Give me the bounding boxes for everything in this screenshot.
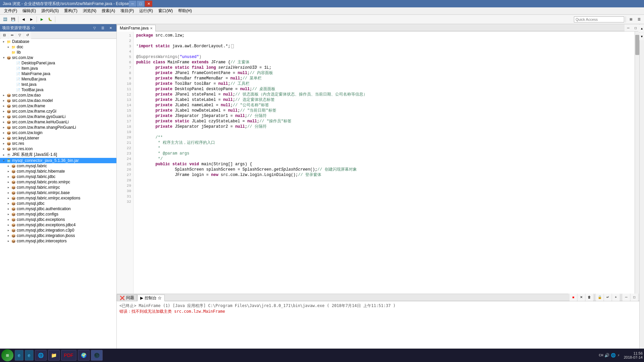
tree-item-shangpin[interactable]: ▸ 📦 src.com.lzw.iframe.shangPinGuanLi bbox=[0, 125, 116, 130]
tree-item-res-icon[interactable]: ▸ 📦 src.res.icon bbox=[0, 146, 116, 152]
clear-button[interactable]: 🗑 bbox=[586, 294, 593, 301]
tree-item-mysql-jdbc[interactable]: ▸ 📦 com.mysql.jdbc bbox=[0, 201, 116, 206]
tree-item-mysql-fabric-xmlrpc-base[interactable]: ▸ 📦 com.mysql.fabric.xmlrpc.base bbox=[0, 190, 116, 195]
menu-edit[interactable]: 编辑(E) bbox=[20, 7, 39, 14]
maximize-button[interactable]: □ bbox=[137, 1, 144, 7]
menu-window[interactable]: 窗口(W) bbox=[156, 7, 175, 14]
menu-source[interactable]: 源代码(S) bbox=[39, 7, 61, 14]
tree-item-jre[interactable]: ▸ ☕ JRE 系统库 [JavaSE-1.6] bbox=[0, 152, 116, 158]
tree-item-test[interactable]: 📄 test.java bbox=[0, 82, 116, 87]
taskbar-eclipse[interactable]: 🌑 bbox=[91, 350, 103, 361]
menu-run[interactable]: 运行(R) bbox=[137, 7, 156, 14]
right-toolbar-btn1[interactable]: ▲ bbox=[638, 25, 644, 32]
debug-button[interactable]: 🐛 bbox=[46, 16, 54, 23]
tree-item-iframe[interactable]: ▸ 📦 src.com.lzw.iframe bbox=[0, 103, 116, 109]
sidebar-sync[interactable]: ↺ bbox=[24, 32, 31, 39]
start-button[interactable]: ⊞ bbox=[1, 349, 13, 361]
terminate-button[interactable]: ■ bbox=[570, 294, 577, 301]
taskbar-clock[interactable]: 11:56 2018-07-14 bbox=[624, 351, 643, 359]
close-button[interactable]: ✕ bbox=[145, 1, 152, 7]
tree-item-srclzw[interactable]: ▾ 📦 src.com.lzw bbox=[0, 55, 116, 60]
tree-item-mysql-jdbc-jboss[interactable]: ▸ 📦 com.mysql.jdbc.integration.jboss bbox=[0, 233, 116, 238]
editor-tabs: MainFrame.java ✕ ─ □ bbox=[117, 24, 639, 32]
minimize-bottom-button[interactable]: ─ bbox=[623, 294, 630, 301]
prev-button[interactable]: ◀ bbox=[20, 16, 27, 23]
menu-refactor[interactable]: 重构(T) bbox=[61, 7, 80, 14]
tree-item-mysql-jdbc-configs[interactable]: ▸ 📦 com.mysql.jdbc.configs bbox=[0, 212, 116, 217]
expand-icon: ▸ bbox=[1, 99, 6, 102]
bottom-tab-problems[interactable]: ❌ 问题 bbox=[117, 294, 137, 301]
tree-item-keylistener[interactable]: ▸ 📦 src.keyListener bbox=[0, 135, 116, 141]
menu-project[interactable]: 项目(P) bbox=[118, 7, 137, 14]
minimize-editor-button[interactable]: ─ bbox=[625, 24, 632, 31]
expand-icon: ▸ bbox=[6, 239, 11, 243]
menu-help[interactable]: 帮助(H) bbox=[175, 7, 195, 14]
tree-item-mysql-jdbc-ex-jdbc4[interactable]: ▸ 📦 com.mysql.jdbc.exceptions.jdbc4 bbox=[0, 222, 116, 228]
sidebar-content[interactable]: ▸ 📁 Database ▸ 📁 doc 📁 lib ▾ 📦 src.com.l… bbox=[0, 39, 116, 354]
next-button[interactable]: ▶ bbox=[28, 16, 35, 23]
tree-item-dao[interactable]: ▸ 📦 src.com.lzw.dao bbox=[0, 93, 116, 98]
sidebar-link-editor[interactable]: ⇔ bbox=[8, 32, 16, 39]
sidebar-collapse-button[interactable]: ▽ bbox=[91, 24, 98, 32]
sidebar-filter[interactable]: ▽ bbox=[16, 32, 23, 39]
minimize-button[interactable]: ─ bbox=[129, 1, 136, 7]
tree-item-mainframe[interactable]: 📄 MainFrame.java bbox=[0, 71, 116, 76]
perspective-button[interactable]: ⊞ bbox=[627, 16, 635, 23]
code-content[interactable]: package src.com.lzw; *import static java… bbox=[133, 32, 635, 294]
editor-tab-mainframe[interactable]: MainFrame.java ✕ bbox=[117, 25, 156, 32]
tree-item-mysql-fabric-hib[interactable]: ▸ 📦 com.mysql.fabric.hibernate bbox=[0, 169, 116, 174]
run-button[interactable]: ▶ bbox=[38, 16, 46, 23]
taskbar-chrome2[interactable]: 🌍 bbox=[78, 350, 90, 361]
tree-item-mysql-jdbc-ex[interactable]: ▸ 📦 com.mysql.jdbc.exceptions bbox=[0, 217, 116, 222]
taskbar-ie1[interactable]: e bbox=[15, 350, 23, 361]
taskbar-files[interactable]: 📁 bbox=[48, 350, 60, 361]
menu-navigate[interactable]: 浏览(N) bbox=[80, 7, 99, 14]
tree-item-login[interactable]: ▸ 📦 src.com.lzw.login bbox=[0, 130, 116, 135]
taskbar-chrome[interactable]: 🌐 bbox=[35, 350, 47, 361]
tree-item-mysql-fabric-proto[interactable]: ▸ 📦 com.mysql.fabric.proto.xmlrpc bbox=[0, 179, 116, 185]
tree-item-res[interactable]: ▸ 📦 src.res bbox=[0, 141, 116, 146]
line-num: 16 bbox=[117, 113, 133, 119]
scroll-thumb[interactable] bbox=[635, 35, 639, 55]
tree-item-database[interactable]: ▸ 📁 Database bbox=[0, 39, 116, 44]
new-button[interactable]: 🆕 bbox=[1, 16, 9, 23]
pkg-icon: 📦 bbox=[6, 56, 11, 60]
new-console-button[interactable]: + bbox=[612, 294, 620, 301]
tree-item-mysql-jdbc-interceptors[interactable]: ▸ 📦 com.mysql.jdbc.interceptors bbox=[0, 238, 116, 244]
taskbar-ie2[interactable]: e bbox=[25, 350, 34, 361]
tree-item-menubar[interactable]: 📄 MenuBar.java bbox=[0, 76, 116, 82]
tree-item-mysql-jdbc-c3p0[interactable]: ▸ 📦 com.mysql.jdbc.integration.c3p0 bbox=[0, 228, 116, 233]
tree-item-mysql-fabric-xmlrpc-ex[interactable]: ▸ 📦 com.mysql.fabric.xmlrpc.exceptions bbox=[0, 195, 116, 201]
tree-item-mysql-fabric-xmlrpc[interactable]: ▸ 📦 com.mysql.fabric.xmlrpc bbox=[0, 185, 116, 190]
maximize-bottom-button[interactable]: □ bbox=[631, 294, 638, 301]
word-wrap-button[interactable]: ↵ bbox=[604, 294, 611, 301]
tree-item-dao-model[interactable]: ▸ 📦 src.com.lzw.dao.model bbox=[0, 98, 116, 103]
view-button[interactable]: ☰ bbox=[635, 16, 643, 23]
remove-launch-button[interactable]: ✕ bbox=[578, 294, 585, 301]
quick-access-input[interactable] bbox=[574, 16, 624, 22]
scroll-lock-button[interactable]: 🔒 bbox=[596, 294, 603, 301]
sidebar-collapse-all[interactable]: ⊟ bbox=[1, 32, 8, 39]
tree-item-kehuguan[interactable]: ▸ 📦 src.com.lzw.iframe.keHuGuanLi bbox=[0, 119, 116, 125]
editor-scrollbar[interactable] bbox=[635, 32, 639, 294]
save-button[interactable]: 💾 bbox=[9, 16, 17, 23]
tree-label: com.mysql.fabric.hibernate bbox=[17, 169, 116, 174]
sidebar-menu-button[interactable]: ☰ bbox=[99, 24, 106, 32]
bottom-tab-console[interactable]: ▶ 控制台 ☆ bbox=[137, 295, 165, 301]
taskbar-pdf[interactable]: PDF bbox=[61, 350, 76, 361]
menu-search[interactable]: 搜索(A) bbox=[99, 7, 118, 14]
tab-close-button[interactable]: ✕ bbox=[150, 26, 153, 30]
tree-item-mysql-jdbc-auth[interactable]: ▸ 📦 com.mysql.jdbc.authentication bbox=[0, 206, 116, 212]
tree-item-mysql-fabric[interactable]: ▸ 📦 com.mysql.fabric bbox=[0, 163, 116, 169]
sidebar-close-button[interactable]: ✕ bbox=[107, 24, 114, 32]
tree-item-item[interactable]: 📄 Item.java bbox=[0, 66, 116, 71]
tree-item-doc[interactable]: ▸ 📁 doc bbox=[0, 44, 116, 50]
tree-item-mysql-fabric-jdbc[interactable]: ▸ 📦 com.mysql.fabric.jdbc bbox=[0, 174, 116, 179]
tree-item-czygl[interactable]: ▸ 📦 src.com.lzw.iframe.czyGl bbox=[0, 109, 116, 114]
tree-item-toolbar[interactable]: 📄 ToolBar.java bbox=[0, 87, 116, 93]
tree-item-mysql-jar[interactable]: ▾ 🫙 mysql_connector_java_5.1.36_bin.jar bbox=[0, 158, 116, 163]
tree-item-lib[interactable]: 📁 lib bbox=[0, 50, 116, 55]
tree-item-gysguan[interactable]: ▸ 📦 src.com.lzw.iframe.gysGuanLi bbox=[0, 114, 116, 119]
menu-file[interactable]: 文件(F) bbox=[1, 7, 20, 14]
tree-item-desktop[interactable]: 📄 DesktopPanel.java bbox=[0, 60, 116, 66]
